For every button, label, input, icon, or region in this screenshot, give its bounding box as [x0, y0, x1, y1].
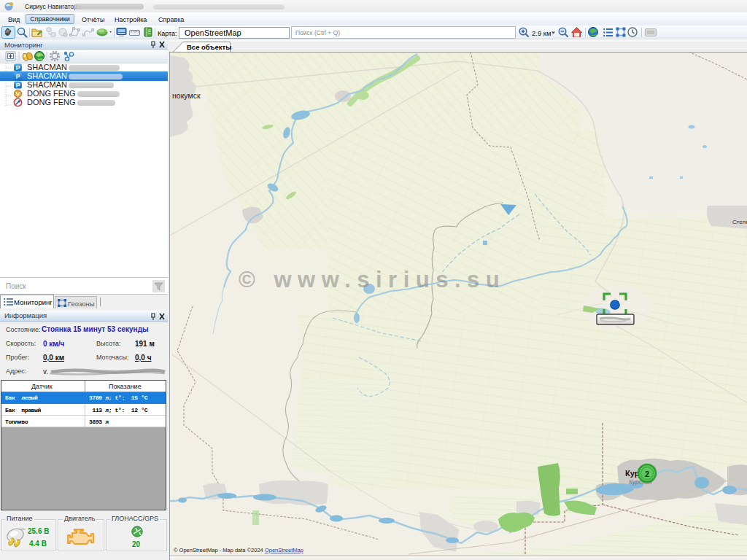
svg-text:P: P	[16, 64, 20, 71]
svg-text:нокумск: нокумск	[172, 91, 201, 100]
svg-text:Все объекты: Все объекты	[187, 43, 231, 51]
svg-text:2: 2	[645, 470, 649, 478]
svg-text:Степн: Степн	[732, 219, 747, 225]
svg-text:© www.sirius.su: © www.sirius.su	[239, 267, 506, 292]
svg-text:P: P	[16, 73, 20, 80]
svg-text:P: P	[16, 82, 20, 89]
svg-text:© OpenStreetMap - Map data ©20: © OpenStreetMap - Map data ©2024 OpenStr…	[174, 547, 303, 553]
